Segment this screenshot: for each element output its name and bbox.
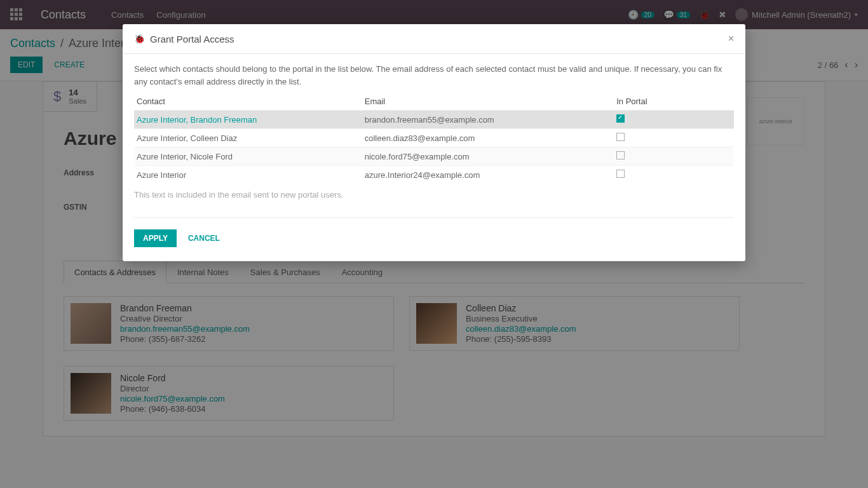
table-row[interactable]: Azure Interior, Nicole Ford nicole.ford7… [134, 147, 734, 166]
table-row[interactable]: Azure Interior, Colleen Diaz colleen.dia… [134, 129, 734, 147]
cell-contact: Azure Interior, Brandon Freeman [134, 111, 362, 129]
inportal-checkbox[interactable] [616, 151, 625, 159]
modal-title: Grant Portal Access [150, 34, 234, 44]
message-field[interactable]: This text is included in the email sent … [134, 184, 734, 218]
modal-header: 🐞 Grant Portal Access × [123, 24, 745, 54]
th-contact: Contact [134, 93, 362, 111]
cell-email[interactable]: nicole.ford75@example.com [362, 147, 614, 166]
inportal-checkbox[interactable] [616, 133, 625, 141]
cell-contact: Azure Interior, Nicole Ford [134, 147, 362, 166]
cell-email[interactable]: brandon.freeman55@example.com [362, 111, 614, 129]
cell-email[interactable]: azure.Interior24@example.com [362, 166, 614, 184]
table-row[interactable]: Azure Interior azure.Interior24@example.… [134, 166, 734, 184]
cell-contact: Azure Interior, Colleen Diaz [134, 129, 362, 147]
bug-icon: 🐞 [134, 34, 145, 44]
cell-contact: Azure Interior [134, 166, 362, 184]
cancel-button[interactable]: Cancel [183, 229, 225, 247]
close-icon[interactable]: × [728, 33, 734, 44]
grant-portal-modal: 🐞 Grant Portal Access × Select which con… [123, 24, 745, 261]
th-inportal: In Portal [614, 93, 734, 111]
inportal-checkbox[interactable] [616, 170, 625, 178]
th-email: Email [362, 93, 614, 111]
cell-email[interactable]: colleen.diaz83@example.com [362, 129, 614, 147]
table-row[interactable]: Azure Interior, Brandon Freeman brandon.… [134, 111, 734, 129]
inportal-checkbox[interactable] [616, 114, 625, 123]
apply-button[interactable]: Apply [134, 229, 177, 247]
modal-backdrop[interactable]: 🐞 Grant Portal Access × Select which con… [0, 0, 868, 488]
modal-intro: Select which contacts should belong to t… [134, 63, 734, 88]
modal-footer: Apply Cancel [123, 220, 745, 261]
portal-table: Contact Email In Portal Azure Interior, … [134, 93, 734, 184]
